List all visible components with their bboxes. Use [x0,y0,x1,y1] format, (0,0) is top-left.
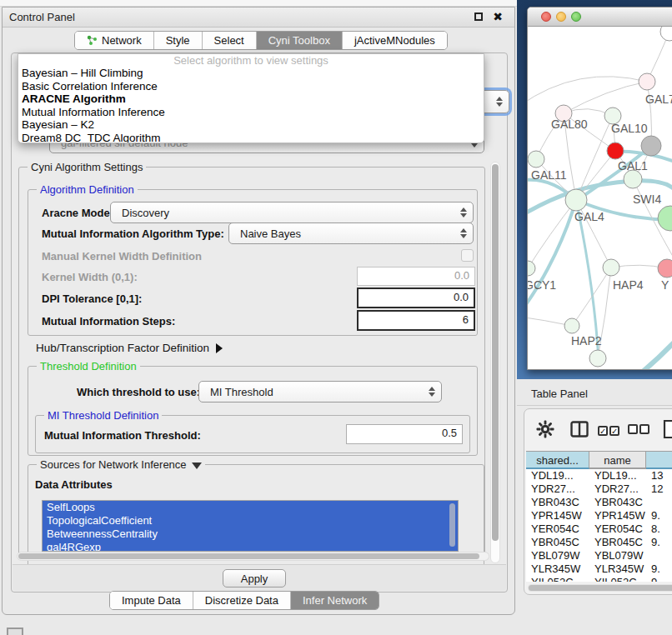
network-node[interactable] [565,189,587,211]
attribute-list-item[interactable]: gal4RGexp [43,541,458,552]
settings-vertical-scrollbar[interactable] [490,162,500,563]
table-row[interactable]: YBR045CYBR045C9. [526,536,672,549]
table-row[interactable]: YIL052CYIL052C9 [526,576,672,582]
tab-jactivemnodules[interactable]: jActiveMNodules [343,32,447,49]
zoom-traffic-light-icon[interactable] [571,12,581,22]
node-label: GAL7 [645,92,672,106]
network-node[interactable] [603,259,619,276]
network-node[interactable] [639,73,655,90]
which-threshold-value: MI Threshold [199,386,425,398]
network-view-window[interactable]: GAL7GAL80GAL10GAL1GAL11SWI4GAL4GCY1HAP4Y… [527,7,672,370]
mi-type-combobox[interactable]: Naive Bayes [228,222,474,244]
attribute-list-item[interactable]: TopologicalCoefficient [43,514,458,528]
algorithm-definition-group: Algorithm Definition Aracne Mode: Discov… [28,189,478,336]
threshold-definition-group: Threshold Definition Which threshold to … [28,366,478,456]
network-node[interactable] [658,259,672,278]
mi-threshold-group: MI Threshold Definition Mutual Informati… [35,415,470,453]
tab-network[interactable]: Network [75,32,154,49]
bottom-tab-discretize-data[interactable]: Discretize Data [193,592,291,609]
algorithm-option[interactable]: Dream8 DC_TDC Algorithm [18,132,484,144]
table-row[interactable]: YLR345WYLR345W9. [526,562,672,576]
manual-kernel-checkbox[interactable] [461,249,474,262]
network-node[interactable] [641,136,661,156]
network-node[interactable] [658,206,672,231]
table-row[interactable]: YDL19...YDL19...13 [526,469,672,482]
node-label: Y [661,278,669,292]
close-traffic-light-icon[interactable] [541,12,551,22]
bottom-tab-impute-data[interactable]: Impute Data [110,592,193,609]
table-row[interactable]: YPR145WYPR145W9. [526,509,672,522]
algorithm-option[interactable]: Bayesian – K2 [18,118,484,132]
table-cell: 8. [646,522,672,536]
table-horizontal-scrollbar[interactable] [528,584,672,592]
network-edge[interactable] [572,268,611,326]
gear-icon[interactable] [536,420,554,438]
minimize-traffic-light-icon[interactable] [556,12,566,22]
algorithm-definition-title: Algorithm Definition [37,183,138,196]
combo-spinner-icon [457,202,469,222]
kernel-width-field[interactable]: 0.0 [357,267,475,286]
network-edge[interactable] [564,82,647,113]
network-node[interactable] [660,27,672,41]
network-node[interactable] [624,170,642,188]
column-header[interactable]: shared... [526,451,589,469]
node-label: GAL4 [574,210,604,223]
mi-threshold-field[interactable]: 0.5 [346,424,463,444]
network-node[interactable] [564,318,579,333]
attribute-list-item[interactable]: SelfLoops [43,501,458,514]
network-edge[interactable] [626,320,672,370]
network-canvas[interactable]: GAL7GAL80GAL10GAL1GAL11SWI4GAL4GCY1HAP4Y… [528,27,672,370]
table-header-row: shared...name [526,451,672,469]
network-node[interactable] [607,142,624,159]
bottom-tab-infer-network[interactable]: Infer Network [291,592,379,609]
close-icon[interactable]: ✖ [493,10,503,23]
settings-horizontal-scrollbar[interactable] [17,552,489,561]
table-cell: 9. [646,536,672,549]
column-header[interactable] [646,451,672,469]
select-all-columns-icon[interactable]: ✓✓ [598,424,619,437]
sources-group-title[interactable]: Sources for Network Inference [37,458,205,471]
network-node[interactable] [589,350,606,367]
column-layout-icon[interactable] [570,421,589,438]
dock-chip-icon[interactable] [7,628,23,635]
network-node[interactable] [528,261,535,276]
table-row[interactable]: YER054CYER054C8. [526,522,672,536]
node-label: HAP4 [613,278,644,292]
data-attributes-list[interactable]: SelfLoopsTopologicalCoefficientBetweenne… [42,500,459,552]
table-cell: YPR145W [589,509,646,522]
algorithm-option[interactable]: Mutual Information Inference [18,106,484,119]
tab-style[interactable]: Style [154,32,203,49]
algorithm-option[interactable]: Basic Correlation Inference [18,80,484,93]
mi-type-label: Mutual Information Algorithm Type: [42,228,224,240]
float-window-icon[interactable] [474,12,483,21]
node-table[interactable]: shared...name YDL19...YDL19...13YDR27...… [526,451,672,582]
table-row[interactable]: YDR27...YDR27...12 [526,482,672,496]
apply-button[interactable]: Apply [223,569,286,588]
network-edge[interactable] [528,200,576,318]
tab-cyni-toolbox[interactable]: Cyni Toolbox [257,32,343,49]
divider [517,405,672,406]
attribute-list-item[interactable]: BetweennessCentrality [43,528,458,541]
dpi-tolerance-field[interactable]: 0.0 [357,288,475,308]
algorithm-option[interactable]: ARACNE Algorithm [18,92,484,106]
column-header[interactable]: name [589,451,646,469]
new-table-icon[interactable] [663,419,672,439]
network-node[interactable] [528,151,544,168]
which-threshold-combobox[interactable]: MI Threshold [198,381,442,402]
tab-select[interactable]: Select [203,32,257,49]
algorithm-option[interactable]: Bayesian – Hill Climbing [18,67,484,80]
list-scrollbar[interactable] [449,503,455,547]
aracne-mode-combobox[interactable]: Discovery [110,202,474,223]
table-row[interactable]: YBL079WYBL079W [526,549,672,562]
tab-label: Infer Network [303,594,367,607]
hub-definition-expander[interactable]: Hub/Transcription Factor Definition [36,342,223,354]
deselect-all-columns-icon[interactable] [628,424,649,437]
table-panel-region: Table Panel [517,379,672,635]
table-panel-box: ✓✓ shared...name YDL19...YDL19...13YDR27… [524,408,672,595]
table-cell: YBR043C [589,496,646,509]
which-threshold-label: Which threshold to use: [77,386,200,398]
mi-steps-field[interactable]: 6 [357,310,475,331]
table-row[interactable]: YBR043CYBR043C [526,496,672,509]
table-cell: 9. [646,562,672,576]
aracne-mode-label: Aracne Mode: [42,207,113,219]
